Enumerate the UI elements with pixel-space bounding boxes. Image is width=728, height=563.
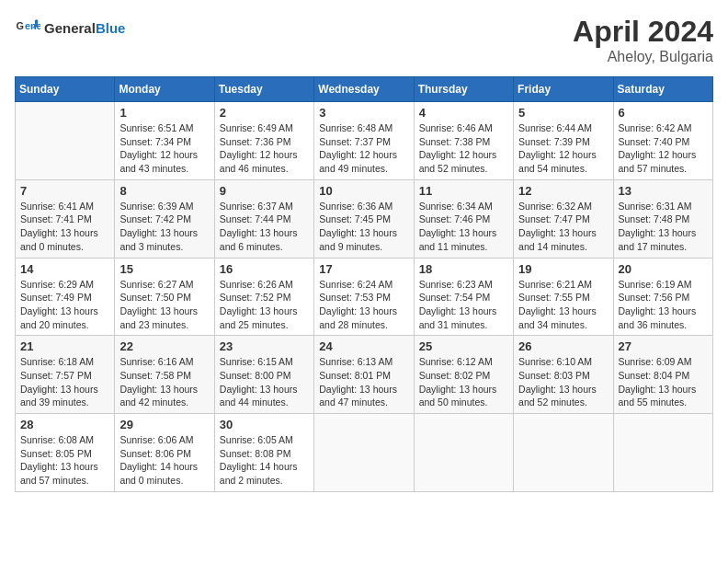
calendar-cell: 4Sunrise: 6:46 AMSunset: 7:38 PMDaylight… xyxy=(414,102,513,180)
day-info: Sunrise: 6:44 AMSunset: 7:39 PMDaylight:… xyxy=(518,121,608,176)
calendar-cell: 28Sunrise: 6:08 AMSunset: 8:05 PMDayligh… xyxy=(16,414,115,492)
day-number: 6 xyxy=(619,106,708,120)
day-number: 16 xyxy=(220,262,309,276)
day-info: Sunrise: 6:21 AMSunset: 7:55 PMDaylight:… xyxy=(518,278,608,332)
location-subtitle: Aheloy, Bulgaria xyxy=(573,49,713,65)
day-number: 25 xyxy=(419,339,508,353)
calendar-cell xyxy=(16,102,115,180)
day-number: 21 xyxy=(20,339,109,353)
weekday-header-tuesday: Tuesday xyxy=(214,77,313,102)
week-row-1: 1Sunrise: 6:51 AMSunset: 7:34 PMDaylight… xyxy=(16,102,713,180)
day-number: 18 xyxy=(419,262,508,276)
day-info: Sunrise: 6:51 AMSunset: 7:34 PMDaylight:… xyxy=(119,121,209,176)
calendar-cell: 2Sunrise: 6:49 AMSunset: 7:36 PMDaylight… xyxy=(214,102,313,180)
day-info: Sunrise: 6:32 AMSunset: 7:47 PMDaylight:… xyxy=(518,200,608,254)
day-info: Sunrise: 6:09 AMSunset: 8:04 PMDaylight:… xyxy=(619,355,708,409)
day-number: 13 xyxy=(619,184,708,198)
day-number: 24 xyxy=(319,339,408,353)
day-number: 4 xyxy=(419,106,508,120)
weekday-header-friday: Friday xyxy=(514,77,613,102)
day-number: 23 xyxy=(220,339,309,353)
day-number: 5 xyxy=(518,106,608,120)
day-info: Sunrise: 6:29 AMSunset: 7:49 PMDaylight:… xyxy=(20,278,109,332)
calendar-cell: 29Sunrise: 6:06 AMSunset: 8:06 PMDayligh… xyxy=(115,414,214,492)
title-block: April 2024 Aheloy, Bulgaria xyxy=(573,15,713,65)
calendar-cell: 17Sunrise: 6:24 AMSunset: 7:53 PMDayligh… xyxy=(314,258,414,336)
calendar-cell: 23Sunrise: 6:15 AMSunset: 8:00 PMDayligh… xyxy=(214,336,313,414)
day-info: Sunrise: 6:12 AMSunset: 8:02 PMDaylight:… xyxy=(419,355,508,409)
day-info: Sunrise: 6:36 AMSunset: 7:45 PMDaylight:… xyxy=(319,200,408,254)
day-number: 17 xyxy=(319,262,408,276)
month-title: April 2024 xyxy=(573,15,713,49)
day-info: Sunrise: 6:18 AMSunset: 7:57 PMDaylight:… xyxy=(20,355,109,409)
calendar-cell: 30Sunrise: 6:05 AMSunset: 8:08 PMDayligh… xyxy=(214,414,313,492)
calendar-cell: 6Sunrise: 6:42 AMSunset: 7:40 PMDaylight… xyxy=(613,102,712,180)
weekday-header-wednesday: Wednesday xyxy=(314,77,414,102)
day-info: Sunrise: 6:10 AMSunset: 8:03 PMDaylight:… xyxy=(518,355,608,409)
calendar-cell: 21Sunrise: 6:18 AMSunset: 7:57 PMDayligh… xyxy=(16,336,115,414)
week-row-4: 21Sunrise: 6:18 AMSunset: 7:57 PMDayligh… xyxy=(16,336,713,414)
calendar-cell: 26Sunrise: 6:10 AMSunset: 8:03 PMDayligh… xyxy=(514,336,613,414)
day-info: Sunrise: 6:05 AMSunset: 8:08 PMDaylight:… xyxy=(220,433,309,488)
calendar-cell: 16Sunrise: 6:26 AMSunset: 7:52 PMDayligh… xyxy=(214,258,313,336)
day-number: 20 xyxy=(619,262,708,276)
calendar-cell: 10Sunrise: 6:36 AMSunset: 7:45 PMDayligh… xyxy=(314,179,414,258)
calendar-table: SundayMondayTuesdayWednesdayThursdayFrid… xyxy=(15,76,713,492)
day-number: 22 xyxy=(119,339,209,353)
calendar-cell: 9Sunrise: 6:37 AMSunset: 7:44 PMDaylight… xyxy=(214,179,313,258)
calendar-cell: 12Sunrise: 6:32 AMSunset: 7:47 PMDayligh… xyxy=(514,179,613,258)
calendar-cell: 19Sunrise: 6:21 AMSunset: 7:55 PMDayligh… xyxy=(514,258,613,336)
calendar-cell: 22Sunrise: 6:16 AMSunset: 7:58 PMDayligh… xyxy=(115,336,214,414)
day-number: 15 xyxy=(119,262,209,276)
calendar-cell: 3Sunrise: 6:48 AMSunset: 7:37 PMDaylight… xyxy=(314,102,414,180)
day-number: 26 xyxy=(518,339,608,353)
weekday-header-row: SundayMondayTuesdayWednesdayThursdayFrid… xyxy=(16,77,713,102)
svg-text:eneral: eneral xyxy=(25,20,40,31)
logo-text: GeneralBlue xyxy=(44,20,125,36)
calendar-cell: 13Sunrise: 6:31 AMSunset: 7:48 PMDayligh… xyxy=(613,179,712,258)
weekday-header-saturday: Saturday xyxy=(613,77,712,102)
day-info: Sunrise: 6:41 AMSunset: 7:41 PMDaylight:… xyxy=(20,200,109,254)
day-number: 29 xyxy=(119,418,209,431)
logo-icon: G eneral xyxy=(15,15,40,40)
day-info: Sunrise: 6:27 AMSunset: 7:50 PMDaylight:… xyxy=(119,278,209,332)
calendar-cell xyxy=(613,414,712,492)
day-number: 11 xyxy=(419,184,508,198)
calendar-cell: 27Sunrise: 6:09 AMSunset: 8:04 PMDayligh… xyxy=(613,336,712,414)
weekday-header-thursday: Thursday xyxy=(414,77,513,102)
weekday-header-monday: Monday xyxy=(115,77,214,102)
calendar-cell xyxy=(314,414,414,492)
day-info: Sunrise: 6:42 AMSunset: 7:40 PMDaylight:… xyxy=(619,121,708,176)
calendar-cell: 15Sunrise: 6:27 AMSunset: 7:50 PMDayligh… xyxy=(115,258,214,336)
calendar-cell: 18Sunrise: 6:23 AMSunset: 7:54 PMDayligh… xyxy=(414,258,513,336)
day-info: Sunrise: 6:16 AMSunset: 7:58 PMDaylight:… xyxy=(119,355,209,409)
week-row-5: 28Sunrise: 6:08 AMSunset: 8:05 PMDayligh… xyxy=(16,414,713,492)
day-info: Sunrise: 6:49 AMSunset: 7:36 PMDaylight:… xyxy=(220,121,309,176)
calendar-cell: 5Sunrise: 6:44 AMSunset: 7:39 PMDaylight… xyxy=(514,102,613,180)
calendar-cell: 20Sunrise: 6:19 AMSunset: 7:56 PMDayligh… xyxy=(613,258,712,336)
week-row-3: 14Sunrise: 6:29 AMSunset: 7:49 PMDayligh… xyxy=(16,258,713,336)
calendar-cell: 24Sunrise: 6:13 AMSunset: 8:01 PMDayligh… xyxy=(314,336,414,414)
day-info: Sunrise: 6:48 AMSunset: 7:37 PMDaylight:… xyxy=(319,121,408,176)
day-number: 2 xyxy=(220,106,309,120)
calendar-cell: 14Sunrise: 6:29 AMSunset: 7:49 PMDayligh… xyxy=(16,258,115,336)
weekday-header-sunday: Sunday xyxy=(16,77,115,102)
page-header: G eneral GeneralBlue April 2024 Aheloy, … xyxy=(15,15,713,65)
week-row-2: 7Sunrise: 6:41 AMSunset: 7:41 PMDaylight… xyxy=(16,179,713,258)
day-info: Sunrise: 6:34 AMSunset: 7:46 PMDaylight:… xyxy=(419,200,508,254)
day-number: 30 xyxy=(220,418,309,431)
day-info: Sunrise: 6:31 AMSunset: 7:48 PMDaylight:… xyxy=(619,200,708,254)
day-number: 19 xyxy=(518,262,608,276)
day-number: 10 xyxy=(319,184,408,198)
day-number: 12 xyxy=(518,184,608,198)
calendar-cell xyxy=(514,414,613,492)
day-info: Sunrise: 6:37 AMSunset: 7:44 PMDaylight:… xyxy=(220,200,309,254)
logo: G eneral GeneralBlue xyxy=(15,15,125,40)
calendar-cell: 25Sunrise: 6:12 AMSunset: 8:02 PMDayligh… xyxy=(414,336,513,414)
day-number: 3 xyxy=(319,106,408,120)
calendar-cell xyxy=(414,414,513,492)
day-number: 7 xyxy=(20,184,109,198)
day-info: Sunrise: 6:08 AMSunset: 8:05 PMDaylight:… xyxy=(20,433,109,488)
day-info: Sunrise: 6:39 AMSunset: 7:42 PMDaylight:… xyxy=(119,200,209,254)
day-number: 28 xyxy=(20,418,109,431)
